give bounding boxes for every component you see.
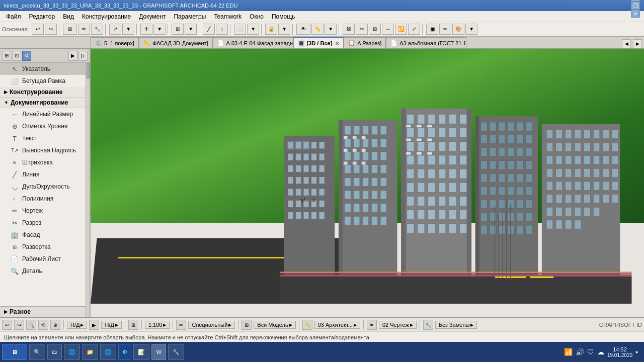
3d-viewport[interactable]: y/... x: [91, 49, 644, 317]
tray-cloud[interactable]: ☁: [597, 348, 604, 356]
show-desktop[interactable]: ▪: [635, 348, 638, 356]
nd-left[interactable]: Н/Д ▶: [67, 321, 87, 329]
edge-btn[interactable]: 🌐: [64, 344, 80, 360]
tool-level[interactable]: ⊕ Отметка Уровня: [0, 120, 90, 132]
chain-btn[interactable]: ⛓: [343, 24, 355, 35]
slash-btn[interactable]: ╱: [203, 24, 215, 35]
tool-callout[interactable]: T↗ Выносная Надпись: [0, 144, 90, 156]
lock-drop[interactable]: ▼: [278, 24, 290, 35]
menu-teamwork[interactable]: Teamwork: [210, 12, 246, 21]
grid-status[interactable]: ⊞: [128, 320, 138, 330]
tab-facade-doc[interactable]: 📄 A.03.4 E-04 Фасад западн...: [213, 37, 293, 48]
grid-drop[interactable]: ▼: [185, 24, 197, 35]
tab-nav-right[interactable]: ▶: [633, 39, 642, 48]
tool-mode-2[interactable]: ⊡: [12, 51, 21, 61]
category-misc[interactable]: ▶ Разное: [0, 306, 90, 317]
lock-btn[interactable]: 🔒: [265, 24, 277, 35]
fit-status[interactable]: ⟲: [38, 320, 48, 330]
tray-antivirus[interactable]: 🛡: [587, 348, 594, 356]
s3-btn[interactable]: ⊞: [369, 24, 381, 35]
tool-mode-3[interactable]: ↺: [22, 51, 31, 61]
scrollbar-thumb[interactable]: [87, 63, 90, 78]
magic-button[interactable]: 🔧: [91, 24, 103, 35]
scissors-btn[interactable]: ✂: [356, 24, 368, 35]
folder-btn[interactable]: 📁: [82, 344, 98, 360]
tool-mode-1[interactable]: ⊞: [2, 51, 11, 61]
tool-polyline[interactable]: ⌐ Полилиния: [0, 193, 90, 205]
chrome-btn[interactable]: 🌐: [100, 344, 116, 360]
tool-facade[interactable]: 🏢 Фасад: [0, 229, 90, 241]
s6-btn[interactable]: ⤢: [408, 24, 420, 35]
menu-edit[interactable]: Редактор: [25, 12, 59, 21]
menu-params[interactable]: Параметры: [170, 12, 210, 21]
rect-drop[interactable]: ▼: [247, 24, 259, 35]
move-btn[interactable]: ✛: [140, 24, 152, 35]
close-button[interactable]: ✕: [631, 10, 640, 18]
s5-btn[interactable]: 🔁: [395, 24, 407, 35]
renovation-btn[interactable]: Без Замены ▶: [435, 321, 477, 329]
ruler2-status[interactable]: 📏: [302, 320, 312, 330]
tab-facade3d[interactable]: 📐 ФАСАД 3D-Документ]: [139, 37, 213, 48]
model-btn[interactable]: Вся Модель ▶: [254, 321, 295, 329]
tool-worksheet[interactable]: 📄 Рабочий Лист: [0, 253, 90, 265]
tab-nav-left[interactable]: ◀: [622, 39, 631, 48]
archicad-btn[interactable]: 🔧: [168, 344, 184, 360]
tab-a3[interactable]: 📄 А3 альбомная (ГОСТ 21.1....: [386, 37, 466, 48]
layer-btn[interactable]: 03 Архитект... ▶: [314, 321, 360, 329]
zoom-plus-status[interactable]: ⊕: [50, 320, 60, 330]
eye-btn[interactable]: 👁: [296, 24, 310, 35]
category-doc[interactable]: ▼ Документирование: [0, 98, 90, 108]
snap-button[interactable]: ⊞: [63, 24, 77, 35]
notes-btn[interactable]: 📝: [133, 344, 149, 360]
tool-drawing[interactable]: ✏ Чертеж: [0, 205, 90, 217]
tool-pointer[interactable]: ↖ Указатель: [0, 63, 90, 75]
tool-hatch[interactable]: ≡ Штриховка: [0, 156, 90, 168]
clock[interactable]: 14:52 19.01.2020: [607, 346, 632, 358]
pen3-status[interactable]: ✒: [367, 320, 377, 330]
tool-text[interactable]: T Текст: [0, 132, 90, 144]
fill-drop[interactable]: ▼: [465, 24, 477, 35]
pen-btn[interactable]: ✏: [439, 24, 451, 35]
menu-view[interactable]: Вид: [59, 12, 78, 21]
canvas-area[interactable]: y/... x: [91, 49, 644, 317]
start-button[interactable]: ⊞: [2, 344, 27, 360]
photoshop-btn[interactable]: Ф: [118, 344, 131, 360]
grid2-status[interactable]: ⊞: [242, 320, 252, 330]
pencil-button[interactable]: ✏: [78, 24, 90, 35]
redo-button[interactable]: ↪: [45, 24, 57, 35]
grid-btn[interactable]: ⊞: [172, 24, 184, 35]
search-btn[interactable]: 🔍: [29, 344, 45, 360]
arrow-btn[interactable]: ↗: [109, 24, 121, 35]
panel-scrollbar[interactable]: [86, 63, 90, 317]
play-btn[interactable]: ▶: [89, 320, 99, 330]
menu-file[interactable]: Файл: [2, 12, 25, 21]
undo-status[interactable]: ↩: [2, 320, 12, 330]
redo-status[interactable]: ↪: [14, 320, 24, 330]
word-btn[interactable]: W: [151, 344, 166, 360]
arrow2-btn[interactable]: ↕: [216, 24, 228, 35]
zoom-status[interactable]: 🔍: [26, 320, 36, 330]
fill-btn[interactable]: 🎨: [452, 24, 464, 35]
nd-right[interactable]: Н/Д ▶: [101, 321, 121, 329]
nav-pointer[interactable]: ▶: [68, 51, 77, 61]
tool-line[interactable]: ╱ Линия: [0, 168, 90, 180]
tool-linear-dim[interactable]: ↔ Линейный Размер: [0, 108, 90, 120]
s4-btn[interactable]: ↔: [382, 24, 394, 35]
tool-detail[interactable]: 🔍 Деталь: [0, 265, 90, 277]
penset-btn[interactable]: 02 Чертеж ▶: [379, 321, 417, 329]
renov-status[interactable]: 🔧: [423, 320, 433, 330]
move-drop[interactable]: ▼: [153, 24, 166, 35]
tool-marquee[interactable]: ⬜ Бегущая Рамка: [0, 75, 90, 87]
special-btn[interactable]: Специальный ▶: [188, 321, 235, 329]
menu-window[interactable]: Окно: [246, 12, 268, 21]
menu-help[interactable]: Помощь: [268, 12, 299, 21]
tab-section[interactable]: 📋 A Разрез]: [344, 37, 386, 48]
scale-btn[interactable]: 1:100 ▶: [145, 321, 170, 329]
tool-unfold[interactable]: ⊞ Развертка: [0, 241, 90, 253]
tab-3d[interactable]: 🔳 [3D / Все] ✕: [293, 37, 344, 48]
nav-pointer2[interactable]: ▷: [78, 51, 88, 61]
taskview-btn[interactable]: 🗂: [47, 344, 62, 360]
tool-section[interactable]: ✂ Разрез: [0, 217, 90, 229]
rect-btn[interactable]: ⬜: [234, 24, 246, 35]
arrow-drop[interactable]: ▼: [122, 24, 134, 35]
